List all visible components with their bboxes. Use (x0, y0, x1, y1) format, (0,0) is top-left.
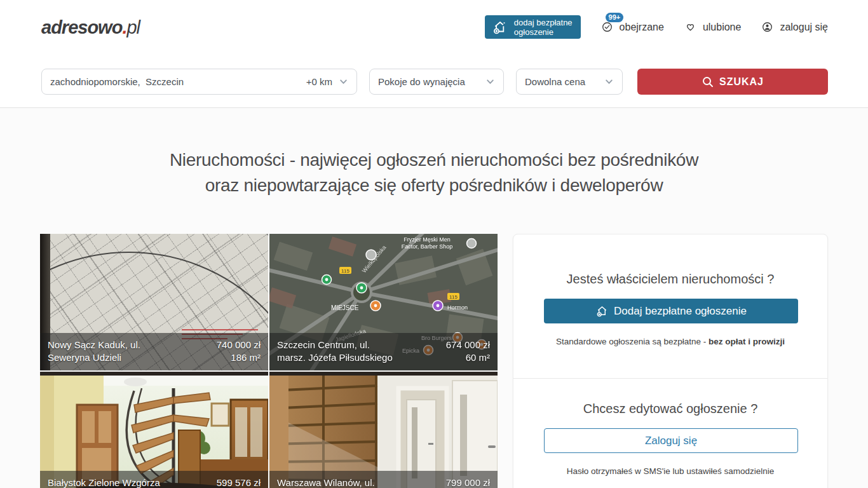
listing-area: 60 m² (446, 351, 490, 364)
svg-text:Factor, Barber Shop: Factor, Barber Shop (402, 243, 453, 250)
location-input[interactable] (50, 76, 306, 87)
search-button-label: SZUKAJ (719, 76, 764, 88)
house-plus-icon (492, 19, 508, 36)
chevron-down-icon (604, 77, 614, 86)
add-listing-label-line2: ogłoszenie (514, 27, 553, 37)
listing-card[interactable]: Białystok Zielone Wzgórza 599 576 zł (40, 372, 268, 488)
edit-section-note: Hasło otrzymałeś w SMS'ie lub ustawiłeś … (544, 466, 797, 476)
add-free-listing-label: Dodaj bezpłatne ogłoszenie (614, 305, 747, 318)
edit-section-title: Chcesz edytować ogłoszenie ? (544, 400, 797, 417)
listing-card[interactable]: Warszawa Wilanów, ul. 799 000 zł (269, 372, 498, 488)
nav-login[interactable]: zaloguj się (760, 20, 828, 34)
svg-text:115: 115 (449, 294, 458, 300)
add-listing-label-line1: dodaj bezpłatne (514, 18, 573, 27)
heart-icon (683, 20, 698, 34)
listing-overlay: Warszawa Wilanów, ul. 799 000 zł (269, 471, 498, 488)
listings-grid: Nowy Sącz Kaduk, ul. Seweryna Udzieli 74… (40, 234, 498, 488)
owner-panel: Jesteś właścicielem nieruchomości ? Doda… (513, 234, 828, 488)
house-plus-icon (595, 304, 609, 318)
price-select[interactable]: Dowolna cena (516, 69, 623, 95)
listing-price: 599 576 zł (217, 477, 261, 488)
page-title-line1: Nieruchomości - najwięcej ogłoszeń nieru… (0, 147, 868, 173)
location-field[interactable]: +0 km (41, 69, 357, 95)
add-free-listing-button[interactable]: Dodaj bezpłatne ogłoszenie (544, 299, 798, 323)
viewed-count-badge: 99+ (606, 13, 624, 22)
listing-address: Nowy Sącz Kaduk, ul. (48, 339, 140, 351)
svg-text:Fryzjer Męski Men: Fryzjer Męski Men (403, 236, 451, 243)
listing-price: 799 000 zł (446, 477, 490, 488)
owner-section: Jesteś właścicielem nieruchomości ? Doda… (513, 234, 827, 378)
nav-login-label: zaloguj się (780, 22, 828, 33)
listing-card[interactable]: Wielkopolska Jagiellońska Fryzjer Męski … (269, 234, 498, 370)
svg-text:MIEJSCE: MIEJSCE (331, 304, 359, 311)
listing-address: Warszawa Wilanów, ul. (277, 477, 375, 488)
logo[interactable]: adresowo.pl (41, 17, 140, 38)
listing-price: 740 000 zł (217, 339, 261, 351)
owner-section-title: Jesteś właścicielem nieruchomości ? (544, 271, 797, 287)
listing-card[interactable]: Nowy Sącz Kaduk, ul. Seweryna Udzieli 74… (40, 234, 268, 370)
nav-viewed-label: obejrzane (620, 22, 664, 33)
login-button-label: Zaloguj się (645, 435, 697, 447)
price-value: Dowolna cena (525, 76, 585, 87)
listing-address: Białystok Zielone Wzgórza (48, 477, 160, 488)
property-type-select[interactable]: Pokoje do wynajęcia (369, 69, 504, 95)
svg-text:Hormon: Hormon (447, 304, 468, 311)
nav-viewed[interactable]: 99+ obejrzane (600, 20, 664, 34)
listing-address: marsz. Józefa Piłsudskiego (277, 351, 393, 364)
listing-price: 674 000 zł (446, 339, 490, 351)
radius-value[interactable]: +0 km (306, 76, 332, 87)
listing-address: Szczecin Centrum, ul. (277, 339, 393, 351)
nav-favorites-label: ulubione (703, 22, 742, 33)
page-title: Nieruchomości - najwięcej ogłoszeń nieru… (0, 147, 868, 198)
owner-section-note: Standardowe ogłoszenia są bezpłatne - be… (544, 337, 797, 346)
user-circle-icon (760, 20, 775, 34)
listing-address: Seweryna Udzieli (48, 351, 140, 364)
listing-overlay: Szczecin Centrum, ul. marsz. Józefa Piłs… (269, 333, 498, 370)
main-content: Nieruchomości - najwięcej ogłoszeń nieru… (0, 108, 868, 488)
magnifier-icon (702, 76, 714, 88)
nav-favorites[interactable]: ulubione (683, 20, 742, 34)
header: adresowo.pl dodaj bezpłatne ogłoszenie (0, 0, 868, 56)
svg-text:115: 115 (341, 268, 349, 274)
property-type-value: Pokoje do wynajęcia (378, 76, 465, 87)
chevron-down-icon[interactable] (339, 77, 348, 86)
login-button[interactable]: Zaloguj się (544, 428, 798, 453)
listing-overlay: Nowy Sącz Kaduk, ul. Seweryna Udzieli 74… (40, 333, 268, 370)
chevron-down-icon (485, 77, 495, 86)
listing-area: 186 m² (217, 351, 261, 364)
add-listing-button[interactable]: dodaj bezpłatne ogłoszenie (485, 15, 581, 39)
search-button[interactable]: SZUKAJ (637, 69, 828, 95)
check-circle-icon: 99+ (600, 20, 614, 34)
search-bar: +0 km Pokoje do wynajęcia Dowolna cena S… (0, 56, 868, 108)
header-nav: dodaj bezpłatne ogłoszenie 99+ obejrzane… (485, 15, 828, 39)
page-title-line2: oraz niepowtarzające się oferty pośredni… (0, 173, 868, 198)
edit-section: Chcesz edytować ogłoszenie ? Zaloguj się… (513, 378, 827, 488)
listing-overlay: Białystok Zielone Wzgórza 599 576 zł (40, 471, 268, 488)
